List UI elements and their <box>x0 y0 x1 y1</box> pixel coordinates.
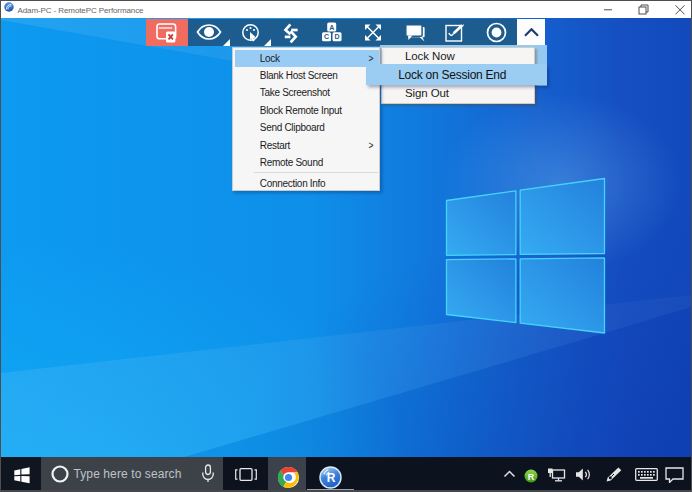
svg-text:C: C <box>324 33 329 40</box>
svg-text:R: R <box>528 471 535 481</box>
svg-text:D: D <box>334 33 339 40</box>
svg-text:A: A <box>329 24 334 31</box>
